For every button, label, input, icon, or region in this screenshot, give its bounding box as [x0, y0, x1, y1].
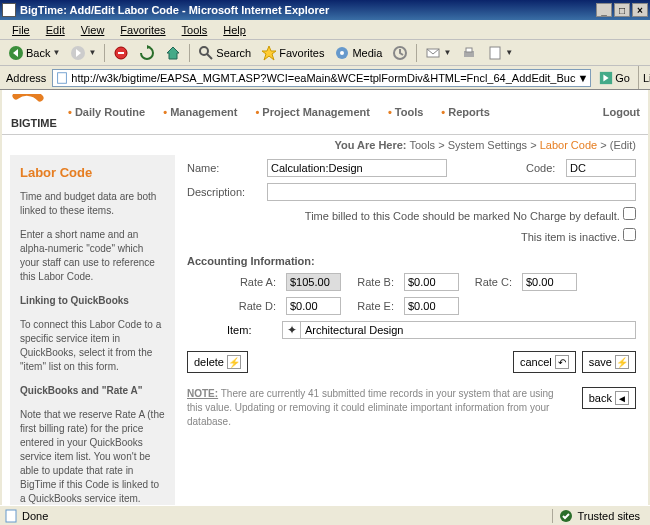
- breadcrumb-tools[interactable]: Tools: [409, 139, 435, 151]
- save-icon: ⚡: [615, 355, 629, 369]
- undo-icon: ↶: [555, 355, 569, 369]
- page-icon: [55, 71, 69, 85]
- nav-project-management[interactable]: Project Management: [255, 106, 370, 118]
- browser-toolbar: Back ▼ ▼ Search Favorites Media ▼ ▼: [0, 40, 650, 66]
- page-content: BIGTIME Daily Routine Management Project…: [0, 90, 650, 505]
- window-title: BigTime: Add/Edit Labor Code - Microsoft…: [20, 4, 329, 16]
- description-input[interactable]: [267, 183, 636, 201]
- trusted-icon: [559, 509, 573, 523]
- search-icon: [198, 45, 214, 61]
- media-button[interactable]: Media: [330, 43, 386, 63]
- delete-icon: ⚡: [227, 355, 241, 369]
- bigtime-logo: BIGTIME: [10, 94, 60, 130]
- breadcrumb-system-settings[interactable]: System Settings: [448, 139, 527, 151]
- rate-b-input[interactable]: [404, 273, 459, 291]
- refresh-button[interactable]: [135, 43, 159, 63]
- back-arrow-icon: ◄: [615, 391, 629, 405]
- go-icon: [599, 71, 613, 85]
- window-titlebar: BigTime: Add/Edit Labor Code - Microsoft…: [0, 0, 650, 20]
- mail-icon: [425, 45, 441, 61]
- menu-help[interactable]: Help: [215, 22, 254, 38]
- home-button[interactable]: [161, 43, 185, 63]
- dropdown-icon: ▼: [52, 48, 60, 57]
- save-button[interactable]: save⚡: [582, 351, 636, 373]
- dropdown-icon[interactable]: ▼: [577, 72, 588, 84]
- history-button[interactable]: [388, 43, 412, 63]
- favorites-button[interactable]: Favorites: [257, 43, 328, 63]
- go-button[interactable]: Go: [595, 71, 634, 85]
- labor-code-form: Name: Code: Description: Time billed to …: [183, 155, 640, 505]
- name-label: Name:: [187, 162, 267, 174]
- ie-icon: [2, 3, 16, 17]
- home-icon: [165, 45, 181, 61]
- accounting-section-header: Accounting Information:: [187, 255, 636, 267]
- code-input[interactable]: [566, 159, 636, 177]
- maximize-button[interactable]: □: [614, 3, 630, 17]
- breadcrumb-labor-code[interactable]: Labor Code: [540, 139, 598, 151]
- address-bar: Address http://w3k/bigtime/EAPSA_MGMT.AS…: [0, 66, 650, 90]
- edit-button[interactable]: ▼: [483, 43, 517, 63]
- app-nav: BIGTIME Daily Routine Management Project…: [2, 90, 648, 135]
- status-bar: Done Trusted sites: [0, 505, 650, 525]
- menu-favorites[interactable]: Favorites: [112, 22, 173, 38]
- item-picker[interactable]: ✦ Architectural Design: [282, 321, 636, 339]
- media-icon: [334, 45, 350, 61]
- item-label: Item:: [227, 324, 282, 336]
- code-label: Code:: [526, 162, 566, 174]
- svg-point-4: [200, 47, 208, 55]
- svg-rect-13: [58, 72, 67, 83]
- svg-rect-3: [118, 52, 124, 54]
- no-charge-checkbox[interactable]: [623, 207, 636, 220]
- stop-button[interactable]: [109, 43, 133, 63]
- print-icon: [461, 45, 477, 61]
- svg-rect-11: [466, 48, 472, 52]
- print-button[interactable]: [457, 43, 481, 63]
- menu-edit[interactable]: Edit: [38, 22, 73, 38]
- item-picker-icon[interactable]: ✦: [283, 322, 301, 338]
- security-zone: Trusted sites: [552, 509, 646, 523]
- nav-management[interactable]: Management: [163, 106, 237, 118]
- breadcrumb: You Are Here: Tools > System Settings > …: [2, 135, 648, 155]
- refresh-icon: [139, 45, 155, 61]
- inactive-checkbox[interactable]: [623, 228, 636, 241]
- close-button[interactable]: ×: [632, 3, 648, 17]
- nav-reports[interactable]: Reports: [441, 106, 489, 118]
- delete-button[interactable]: delete⚡: [187, 351, 248, 373]
- menu-bar: File Edit View Favorites Tools Help: [0, 20, 650, 40]
- svg-rect-12: [490, 47, 500, 59]
- svg-text:BIGTIME: BIGTIME: [11, 117, 57, 129]
- nav-tools[interactable]: Tools: [388, 106, 423, 118]
- star-icon: [261, 45, 277, 61]
- name-input[interactable]: [267, 159, 447, 177]
- forward-arrow-icon: [70, 45, 86, 61]
- rate-e-input[interactable]: [404, 297, 459, 315]
- svg-rect-17: [6, 510, 16, 522]
- status-text: Done: [22, 510, 48, 522]
- back-button[interactable]: back◄: [582, 387, 636, 409]
- sidebar-title: Labor Code: [20, 165, 165, 180]
- rate-d-input[interactable]: [286, 297, 341, 315]
- nav-daily-routine[interactable]: Daily Routine: [68, 106, 145, 118]
- stop-icon: [113, 45, 129, 61]
- edit-icon: [487, 45, 503, 61]
- svg-line-5: [207, 54, 212, 59]
- menu-file[interactable]: File: [4, 22, 38, 38]
- note-text: NOTE: There are currently 41 submitted t…: [187, 387, 572, 429]
- help-sidebar: Labor Code Time and budget data are both…: [10, 155, 175, 505]
- rate-c-input[interactable]: [522, 273, 577, 291]
- history-icon: [392, 45, 408, 61]
- back-button[interactable]: Back ▼: [4, 43, 64, 63]
- address-input[interactable]: http://w3k/bigtime/EAPSA_MGMT.ASP?WCI=ea…: [52, 69, 591, 87]
- links-label[interactable]: Links: [638, 66, 650, 89]
- search-button[interactable]: Search: [194, 43, 255, 63]
- menu-view[interactable]: View: [73, 22, 113, 38]
- minimize-button[interactable]: _: [596, 3, 612, 17]
- menu-tools[interactable]: Tools: [174, 22, 216, 38]
- rate-a-input: [286, 273, 341, 291]
- forward-button[interactable]: ▼: [66, 43, 100, 63]
- cancel-button[interactable]: cancel↶: [513, 351, 576, 373]
- address-label: Address: [4, 72, 48, 84]
- mail-button[interactable]: ▼: [421, 43, 455, 63]
- logout-link[interactable]: Logout: [603, 106, 640, 118]
- dropdown-icon: ▼: [88, 48, 96, 57]
